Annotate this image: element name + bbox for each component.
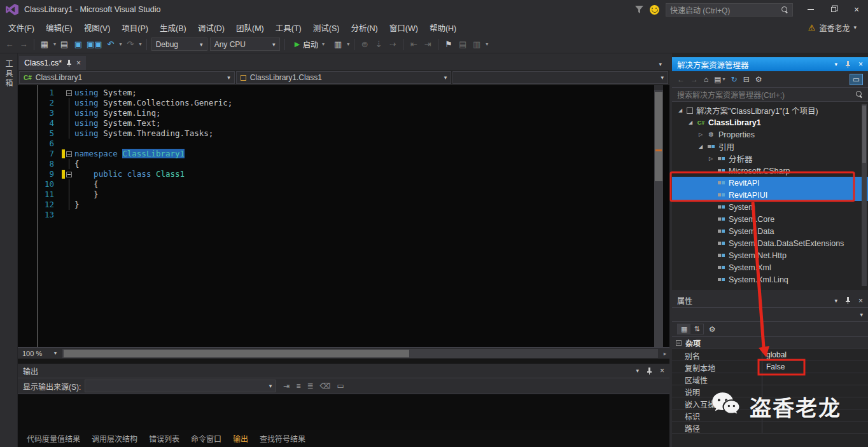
tree-item-8[interactable]: System — [672, 201, 868, 213]
properties-header[interactable]: 属性 ▾ × — [672, 294, 868, 308]
tree-item-1[interactable]: ◢C#ClassLibrary1 — [672, 116, 868, 128]
tree-item-7[interactable]: RevitAPIUI — [672, 189, 868, 201]
uncomment-icon[interactable]: ▥ — [471, 38, 482, 51]
window-position-icon[interactable]: ▾ — [636, 368, 639, 374]
quick-launch-search[interactable]: 快速启动 (Ctrl+Q) — [666, 3, 793, 17]
preview-selected-items-icon[interactable]: ▭ — [850, 74, 863, 85]
tree-item-5[interactable]: Microsoft.CSharp — [672, 165, 868, 177]
account-menu[interactable]: 盗香老龙 — [819, 22, 850, 33]
close-button[interactable]: × — [845, 0, 868, 19]
expander-collapsed-icon[interactable]: ▷ — [708, 156, 714, 162]
menu-item-0[interactable]: 文件(F) — [3, 19, 40, 36]
split-grip[interactable] — [654, 85, 663, 91]
save-all-icon[interactable]: ▣▣ — [87, 38, 102, 51]
tree-item-13[interactable]: System.Xml — [672, 261, 868, 273]
scroll-right-arrow[interactable]: ▸ — [661, 350, 669, 357]
save-icon[interactable]: ▣ — [73, 38, 84, 51]
previous-message-icon[interactable]: ≡ — [296, 382, 300, 390]
next-message-icon[interactable]: ≣ — [307, 382, 313, 390]
menu-item-6[interactable]: 团队(M) — [230, 19, 270, 36]
tree-item-12[interactable]: System.Net.Http — [672, 249, 868, 261]
close-icon[interactable]: × — [858, 296, 863, 305]
tree-item-6[interactable]: RevitAPI — [672, 177, 868, 189]
code-line-2[interactable]: 2using System.Collections.Generic; — [18, 98, 669, 108]
new-project-icon[interactable]: ▦ — [39, 38, 50, 51]
code-editor[interactable]: 1using System;2using System.Collections.… — [18, 85, 669, 347]
close-icon[interactable]: × — [660, 366, 664, 375]
code-line-4[interactable]: 4using System.Text; — [18, 118, 669, 128]
member-dropdown[interactable]: ▾ — [452, 71, 668, 84]
type-dropdown[interactable]: ClassLibrary1.Class1 ▾ — [236, 71, 452, 84]
tree-item-14[interactable]: System.Xml.Linq — [672, 273, 868, 285]
output-source-select[interactable]: ▾ — [85, 380, 276, 392]
home-icon[interactable]: ⌂ — [704, 75, 708, 84]
menu-item-9[interactable]: 分析(N) — [345, 19, 383, 36]
zoom-select[interactable]: 100 % ▾ — [19, 348, 60, 358]
toolbox-tab[interactable]: 工具箱 — [3, 60, 14, 88]
code-line-11[interactable]: 11 } — [18, 189, 669, 200]
tree-item-3[interactable]: ◢引用 — [672, 141, 868, 153]
property-row-2[interactable]: 区域性 — [672, 373, 868, 385]
indent-decrease-icon[interactable]: ⇤ — [408, 38, 419, 51]
menu-item-7[interactable]: 工具(T) — [270, 19, 307, 36]
notifications-filter-icon[interactable] — [635, 6, 643, 13]
panel-tab-0[interactable]: 代码度量值结果 — [22, 430, 85, 446]
property-row-1[interactable]: 复制本地False — [672, 361, 868, 373]
indent-increase-icon[interactable]: ⇥ — [422, 38, 433, 51]
breakpoint-icon[interactable]: ⊜ — [359, 38, 370, 51]
menu-item-4[interactable]: 生成(B) — [154, 19, 192, 36]
comment-icon[interactable]: ▤ — [457, 38, 468, 51]
scrollbar-thumb[interactable] — [64, 350, 409, 357]
collapse-box[interactable] — [676, 340, 682, 346]
collapse-box-icon[interactable] — [66, 172, 72, 177]
menu-item-10[interactable]: 窗口(W) — [384, 19, 424, 36]
scrollbar-thumb[interactable] — [862, 106, 866, 163]
tree-item-2[interactable]: ▷⚙Properties — [672, 128, 868, 141]
properties-object-select[interactable]: ▾ — [672, 308, 868, 322]
navigate-backward-icon[interactable]: ← — [4, 38, 15, 51]
collapse-box-icon[interactable] — [66, 90, 72, 96]
solution-explorer-header[interactable]: 解决方案资源管理器 ▾ × — [672, 57, 868, 71]
tree-item-0[interactable]: ◢解决方案"ClassLibrary1"(1 个项目) — [672, 104, 868, 116]
property-category[interactable]: 杂项 — [672, 337, 868, 349]
expander-expanded-icon[interactable]: ◢ — [697, 144, 704, 149]
panel-tab-2[interactable]: 错误列表 — [144, 430, 185, 446]
panel-tab-1[interactable]: 调用层次结构 — [87, 430, 143, 446]
editor-vertical-scrollbar[interactable] — [654, 85, 663, 347]
tree-scrollbar[interactable] — [862, 104, 867, 286]
pin-icon[interactable] — [647, 368, 652, 375]
clear-all-icon[interactable]: ⌫ — [319, 382, 330, 390]
menu-item-2[interactable]: 视图(V) — [78, 19, 116, 36]
output-content[interactable] — [18, 394, 669, 430]
solution-explorer-search[interactable]: 搜索解决方案资源管理器(Ctrl+;) — [672, 88, 868, 102]
code-line-8[interactable]: 8{ — [18, 159, 669, 169]
menu-item-8[interactable]: 测试(S) — [307, 19, 346, 36]
menu-item-3[interactable]: 项目(P) — [116, 19, 154, 36]
document-tab-class1[interactable]: Class1.cs* × — [19, 56, 86, 70]
tree-item-9[interactable]: System.Core — [672, 213, 868, 225]
attach-debugger-icon[interactable]: ▥ — [332, 38, 344, 51]
project-dropdown[interactable]: C# ClassLibrary1 ▾ — [19, 71, 235, 84]
code-line-7[interactable]: 7namespace ClassLibrary1 — [18, 149, 669, 159]
code-line-3[interactable]: 3using System.Linq; — [18, 108, 669, 118]
window-position-icon[interactable]: ▾ — [834, 61, 837, 67]
navigate-forward-icon[interactable]: → — [18, 38, 29, 51]
word-wrap-icon[interactable]: ▭ — [337, 382, 344, 390]
expander-expanded-icon[interactable]: ◢ — [687, 120, 694, 125]
switch-views-icon[interactable]: ▤▾ — [714, 75, 725, 84]
expander-expanded-icon[interactable]: ◢ — [677, 107, 683, 113]
code-line-6[interactable]: 6 — [18, 139, 669, 149]
panel-splitter[interactable] — [18, 359, 669, 364]
pin-icon[interactable] — [845, 297, 851, 304]
code-line-9[interactable]: 9 public class Class1 — [18, 169, 669, 179]
tree-item-11[interactable]: System.Data.DataSetExtensions — [672, 237, 868, 249]
open-file-icon[interactable]: ▤ — [59, 38, 70, 51]
code-line-1[interactable]: 1using System; — [18, 88, 669, 98]
find-message-icon[interactable]: ⇥ — [283, 382, 290, 390]
tree-item-4[interactable]: ▷分析器 — [672, 153, 868, 165]
scrollbar-thumb[interactable] — [655, 92, 662, 181]
feedback-smiley-icon[interactable] — [650, 5, 659, 15]
pin-icon[interactable] — [66, 60, 72, 67]
minimize-button[interactable] — [799, 0, 822, 19]
debug-configuration-select[interactable]: Debug ▾ — [151, 38, 207, 51]
